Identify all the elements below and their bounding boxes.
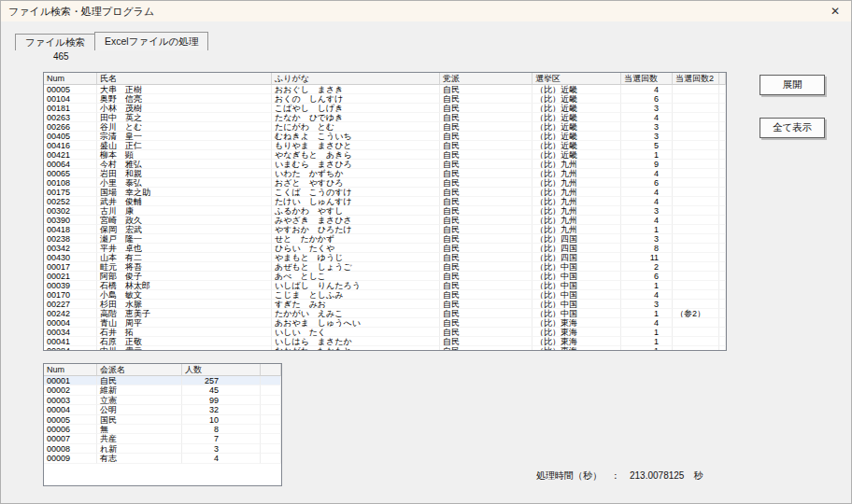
table-cell: [719, 225, 726, 234]
table-cell: [673, 300, 719, 309]
table-cell: 大串 正樹: [97, 85, 272, 94]
table-row[interactable]: 00017畦元 将吾あぜもと しょうご自民（比）中国2: [44, 262, 726, 272]
table-cell: こじま としふみ: [272, 290, 440, 300]
show-all-button[interactable]: 全て表示: [760, 118, 825, 138]
table-row[interactable]: 00416盛山 正仁もりやま まさひと自民（比）近畿5: [44, 141, 726, 150]
table-row[interactable]: 00342平井 卓也ひらい たくや自民（比）四国8: [44, 244, 726, 253]
table-row[interactable]: 00021阿部 俊子あべ としこ自民（比）中国6: [44, 272, 726, 281]
table-cell: 奥野 信亮: [97, 94, 272, 104]
table-cell: 00430: [44, 253, 97, 262]
table-row[interactable]: 00041石原 正敬いしはら まさたか自民（比）東海1: [44, 337, 726, 346]
table-cell: 4: [621, 197, 673, 206]
title-bar: ファイル検索・処理プログラム ✕: [1, 1, 851, 21]
table-row[interactable]: 00421柳本 顕やなぎもと あきら自民（比）近畿1: [44, 150, 726, 160]
table-cell: [673, 225, 719, 234]
table-cell: [719, 253, 726, 262]
table-cell: 無: [97, 425, 182, 434]
table-row[interactable]: 00065岩田 和親いわた かずちか自民（比）九州4: [44, 169, 726, 178]
table-row[interactable]: 00252武井 俊輔たけい しゅんすけ自民（比）九州4: [44, 197, 726, 206]
table-row[interactable]: 00405宗清 皇一むねきよ こういち自民（比）近畿3: [44, 132, 726, 141]
column-header[interactable]: 会派名: [97, 364, 182, 376]
table-row[interactable]: 00238瀬戸 隆一せと たかかず自民（比）四国3: [44, 234, 726, 244]
table-row[interactable]: 00001自民257: [44, 376, 281, 385]
expand-button[interactable]: 展開: [760, 75, 825, 95]
table-cell: [719, 178, 726, 188]
table-row[interactable]: 00009有志4: [44, 454, 281, 463]
close-icon[interactable]: ✕: [827, 3, 844, 20]
table-cell: （比）九州: [532, 225, 621, 234]
column-header[interactable]: ふりがな: [272, 73, 440, 85]
column-header[interactable]: 氏名: [97, 73, 272, 85]
table-cell: 9: [621, 160, 673, 169]
table-cell: 00302: [44, 206, 97, 216]
table-cell: （比）四国: [532, 244, 621, 253]
table-cell: [719, 346, 726, 351]
table-cell: [719, 206, 726, 216]
table-cell: 石橋 林太郎: [97, 281, 272, 290]
table-row[interactable]: 00390宮崎 政久みやざき まさひさ自民（比）九州4: [44, 216, 726, 225]
column-header[interactable]: 当選回数: [621, 73, 673, 85]
table-row[interactable]: 00227杉田 水脈すぎた みお自民（比）中国3: [44, 300, 726, 309]
table-cell: 00266: [44, 122, 97, 132]
table-cell: あおやま しゅうへい: [272, 318, 440, 328]
table-row[interactable]: 00002維新45: [44, 385, 281, 395]
table-cell: [261, 434, 281, 443]
table-cell: 岩田 和親: [97, 169, 272, 178]
table-cell: [261, 454, 281, 463]
table-row[interactable]: 00242高階 恵美子たかがい えみこ自民（比）中国1（参2）: [44, 309, 726, 318]
table-cell: 3: [621, 206, 673, 216]
table-row[interactable]: 00007共産7: [44, 434, 281, 443]
table-row[interactable]: 00266谷川 とむたにがわ とむ自民（比）近畿3: [44, 122, 726, 132]
table-row[interactable]: 00034石井 拓いしい たく自民（比）東海1: [44, 328, 726, 337]
table-row[interactable]: 00430山本 有二やまもと ゆうじ自民（比）四国11: [44, 253, 726, 262]
table-cell: [673, 337, 719, 346]
table-row[interactable]: 00004公明32: [44, 405, 281, 414]
table-cell: 4: [621, 169, 673, 178]
table-cell: （比）四国: [532, 234, 621, 244]
table-cell: [673, 94, 719, 104]
table-row[interactable]: 00104奥野 信亮おくの しんすけ自民（比）近畿6: [44, 94, 726, 104]
table-row[interactable]: 00008れ新3: [44, 444, 281, 454]
table-cell: [719, 337, 726, 346]
column-header[interactable]: 当選回数2: [673, 73, 719, 85]
tab-excel-processing[interactable]: Excelファイルの処理: [94, 32, 208, 50]
table-row[interactable]: 00284中川 貴元なかがわ たかもと自民（比）東海1: [44, 346, 726, 351]
table-row[interactable]: 00005国民10: [44, 415, 281, 425]
table-cell: [719, 197, 726, 206]
column-header[interactable]: Num: [44, 364, 97, 376]
table-cell: 石原 正敬: [97, 337, 272, 346]
table-cell: 小里 泰弘: [97, 178, 272, 188]
tab-file-search[interactable]: ファイル検索: [15, 34, 95, 50]
table-cell: 10: [182, 415, 261, 425]
table-row[interactable]: 00006無8: [44, 425, 281, 434]
table-cell: （比）近畿: [532, 122, 621, 132]
table-row[interactable]: 00003立憲99: [44, 396, 281, 405]
table-cell: こくば こうのすけ: [272, 188, 440, 197]
table-row[interactable]: 00108小里 泰弘おざと やすひろ自民（比）九州6: [44, 178, 726, 188]
column-header[interactable]: 選挙区: [532, 73, 621, 85]
column-header[interactable]: 人数: [182, 364, 261, 376]
table-row[interactable]: 00181小林 茂樹こばやし しげき自民（比）近畿3: [44, 104, 726, 113]
table-row[interactable]: 00418保岡 宏武やすおか ひろたけ自民（比）九州1: [44, 225, 726, 234]
table-row[interactable]: 00004青山 周平あおやま しゅうへい自民（比）東海4: [44, 318, 726, 328]
table-cell: 00227: [44, 300, 97, 309]
table-cell: もりやま まさひと: [272, 141, 440, 150]
table-row[interactable]: 00170小島 敏文こじま としふみ自民（比）中国4: [44, 290, 726, 300]
table-row[interactable]: 00005大串 正樹おおぐし まさき自民（比）近畿4: [44, 85, 726, 94]
table-cell: 00034: [44, 328, 97, 337]
table-cell: いしい たく: [272, 328, 440, 337]
table-row[interactable]: 00263田中 英之たなか ひでゆき自民（比）近畿4: [44, 113, 726, 122]
table-cell: 6: [621, 178, 673, 188]
table-row[interactable]: 00039石橋 林太郎いしばし りんたろう自民（比）中国1: [44, 281, 726, 290]
table-cell: 4: [621, 216, 673, 225]
table-cell: 00390: [44, 216, 97, 225]
table-row[interactable]: 00302古川 康ふるかわ やすし自民（比）九州3: [44, 206, 726, 216]
table-cell: いまむら まさひろ: [272, 160, 440, 169]
table-cell: （比）近畿: [532, 113, 621, 122]
column-header[interactable]: Num: [44, 73, 97, 85]
table-row[interactable]: 00064今村 雅弘いまむら まさひろ自民（比）九州9: [44, 160, 726, 169]
column-header[interactable]: 党派: [440, 73, 532, 85]
table-cell: 自民: [440, 178, 532, 188]
table-cell: [719, 290, 726, 300]
table-row[interactable]: 00175国場 幸之助こくば こうのすけ自民（比）九州4: [44, 188, 726, 197]
